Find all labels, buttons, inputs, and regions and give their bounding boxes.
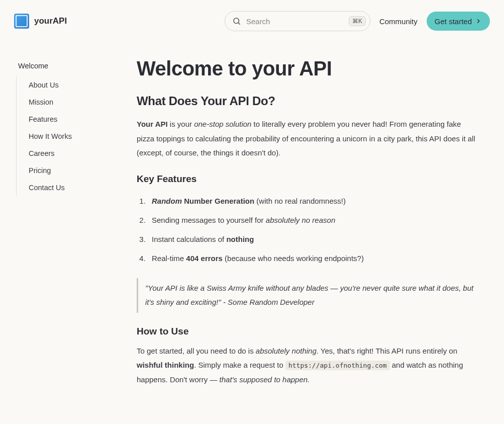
cta-label: Get started <box>435 17 472 26</box>
intro-paragraph: Your API is your one-stop solution to li… <box>137 117 477 160</box>
brand-name: yourAPI <box>34 16 67 26</box>
get-started-button[interactable]: Get started <box>427 12 490 31</box>
section-heading-keyfeatures: Key Features <box>137 174 477 185</box>
search-icon <box>232 17 241 26</box>
page-title: Welcome to your API <box>137 57 477 80</box>
feature-item: Random Number Generation (with no real r… <box>148 192 477 211</box>
sidebar-item-contact-us[interactable]: Contact Us <box>25 179 130 196</box>
brand[interactable]: yourAPI <box>14 14 67 29</box>
sidebar-item-welcome[interactable]: Welcome <box>14 57 130 74</box>
howto-paragraph: To get started, all you need to do is ab… <box>137 344 477 387</box>
sidebar-item-about-us[interactable]: About Us <box>25 76 130 94</box>
section-heading-what: What Does Your API Do? <box>137 94 477 108</box>
feature-item: Instant calculations of nothing <box>148 230 477 249</box>
search-shortcut: ⌘K <box>349 16 366 26</box>
main-content: Welcome to your API What Does Your API D… <box>130 57 481 391</box>
header: yourAPI ⌘K Community Get started <box>0 0 504 42</box>
sidebar-item-how-it-works[interactable]: How It Works <box>25 128 130 145</box>
search-input[interactable] <box>246 17 349 26</box>
community-link[interactable]: Community <box>379 17 418 26</box>
sidebar-item-careers[interactable]: Careers <box>25 145 130 162</box>
svg-line-1 <box>238 23 240 24</box>
testimonial-quote: "Your API is like a Swiss Army knife wit… <box>137 278 477 313</box>
section-heading-howto: How to Use <box>137 326 477 337</box>
chevron-right-icon <box>475 18 482 25</box>
svg-point-0 <box>234 18 239 24</box>
intro-strong: Your API <box>137 120 168 128</box>
search-box[interactable]: ⌘K <box>225 11 370 31</box>
sidebar: Welcome About Us Mission Features How It… <box>14 57 130 391</box>
feature-list: Random Number Generation (with no real r… <box>148 192 477 268</box>
feature-item: Sending messages to yourself for absolut… <box>148 211 477 230</box>
sidebar-item-features[interactable]: Features <box>25 111 130 128</box>
brand-logo-icon <box>14 14 29 29</box>
feature-item: Real-time 404 errors (because who needs … <box>148 249 477 268</box>
sidebar-item-mission[interactable]: Mission <box>25 94 130 111</box>
api-endpoint-code: https://api.ofnothing.com <box>285 361 390 370</box>
intro-em: one-stop solution <box>194 120 251 128</box>
sidebar-item-pricing[interactable]: Pricing <box>25 162 130 179</box>
